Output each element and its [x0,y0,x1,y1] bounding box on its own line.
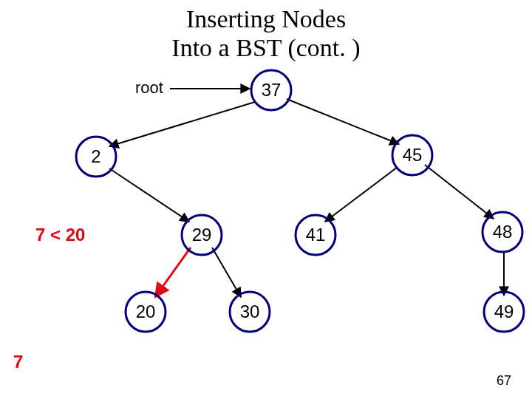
node-37-label: 37 [262,80,282,100]
node-41-label: 41 [306,225,326,245]
edge-37-45 [287,99,399,144]
node-20-label: 20 [136,301,156,321]
edge-45-41 [325,167,398,222]
node-49-label: 49 [494,301,514,321]
node-29-label: 29 [192,225,212,245]
edge-45-48 [425,165,494,219]
edge-29-30 [212,248,241,297]
insert-value-annotation: 7 [13,352,23,372]
page-number: 67 [497,373,511,389]
edge-2-29 [109,168,189,222]
node-2-label: 2 [91,146,100,166]
tree-diagram: root 37 2 45 29 41 48 20 [0,0,532,399]
edge-37-2 [109,102,255,146]
slide: Inserting Nodes Into a BST (cont. ) root [0,0,532,399]
node-45-label: 45 [403,145,423,165]
node-30-label: 30 [240,301,260,321]
node-48-label: 48 [493,222,513,242]
root-label: root [135,78,163,97]
comparison-annotation: 7 < 20 [35,225,85,245]
edge-29-20-highlight [155,248,191,297]
